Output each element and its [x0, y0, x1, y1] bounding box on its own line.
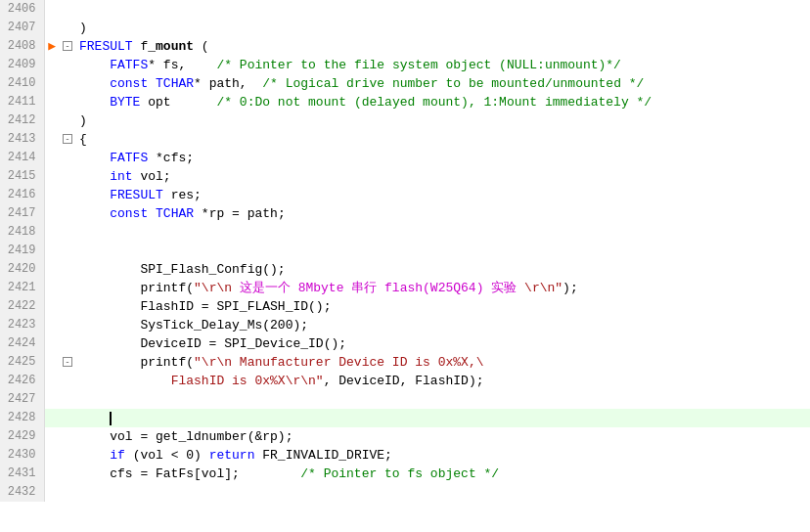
fold-indicator — [60, 167, 75, 186]
arrow-indicator — [44, 149, 60, 167]
line-number: 2425 — [0, 353, 44, 372]
code-line — [75, 390, 810, 409]
line-number: 2420 — [0, 260, 44, 279]
fold-indicator[interactable]: - — [60, 37, 75, 56]
line-number: 2406 — [0, 0, 44, 19]
table-row: 2426 FlashID is 0x%X\r\n", DeviceID, Fla… — [0, 372, 810, 390]
code-table: 2406 2407 ) 2408 ▶ - FRESULT f_mount ( — [0, 0, 810, 502]
table-row: 2407 ) — [0, 19, 810, 37]
table-row: 2419 — [0, 242, 810, 260]
arrow-indicator — [44, 334, 60, 353]
code-line: FRESULT f_mount ( — [75, 37, 810, 56]
fold-indicator — [60, 297, 75, 316]
code-line: ) — [75, 19, 810, 37]
code-line: int vol; — [75, 167, 810, 186]
fold-indicator — [60, 56, 75, 74]
code-line: FlashID = SPI_FLASH_ID(); — [75, 297, 810, 316]
table-row: 2414 FATFS *cfs; — [0, 149, 810, 167]
line-number: 2427 — [0, 390, 44, 409]
table-row: 2428 — [0, 409, 810, 427]
arrow-indicator — [44, 353, 60, 372]
arrow-indicator — [44, 483, 60, 502]
line-number: 2424 — [0, 334, 44, 353]
table-row: 2431 cfs = FatFs[vol]; /* Pointer to fs … — [0, 465, 810, 483]
fold-indicator — [60, 19, 75, 37]
table-row: 2425 - printf("\r\n Manufacturer Device … — [0, 353, 810, 372]
fold-indicator[interactable]: - — [60, 130, 75, 149]
text-cursor — [110, 412, 112, 425]
arrow-indicator — [44, 186, 60, 204]
fold-indicator — [60, 0, 75, 19]
arrow-indicator — [44, 167, 60, 186]
arrow-indicator — [44, 130, 60, 149]
fold-indicator — [60, 279, 75, 297]
code-line: const TCHAR* path, /* Logical drive numb… — [75, 74, 810, 93]
arrow-indicator — [44, 465, 60, 483]
code-line: SPI_Flash_Config(); — [75, 260, 810, 279]
fold-indicator — [60, 483, 75, 502]
fold-indicator — [60, 242, 75, 260]
code-line: FATFS* fs, /* Pointer to the file system… — [75, 56, 810, 74]
code-line: FATFS *cfs; — [75, 149, 810, 167]
fold-indicator — [60, 409, 75, 427]
fold-indicator — [60, 427, 75, 446]
arrow-indicator — [44, 19, 60, 37]
table-row: 2432 — [0, 483, 810, 502]
table-row: 2416 FRESULT res; — [0, 186, 810, 204]
table-row: 2418 — [0, 223, 810, 242]
line-number: 2428 — [0, 409, 44, 427]
line-number: 2409 — [0, 56, 44, 74]
arrow-indicator — [44, 409, 60, 427]
line-number: 2423 — [0, 316, 44, 334]
table-row: 2408 ▶ - FRESULT f_mount ( — [0, 37, 810, 56]
table-row: 2430 if (vol < 0) return FR_INVALID_DRIV… — [0, 446, 810, 465]
table-row: 2406 — [0, 0, 810, 19]
line-number: 2407 — [0, 19, 44, 37]
table-row: 2422 FlashID = SPI_FLASH_ID(); — [0, 297, 810, 316]
fold-indicator — [60, 186, 75, 204]
line-number: 2426 — [0, 372, 44, 390]
fold-indicator[interactable]: - — [60, 353, 75, 372]
table-row: 2424 DeviceID = SPI_Device_ID(); — [0, 334, 810, 353]
code-line[interactable] — [75, 409, 810, 427]
table-row: 2411 BYTE opt /* 0:Do not mount (delayed… — [0, 93, 810, 111]
line-number: 2412 — [0, 111, 44, 130]
code-editor[interactable]: 2406 2407 ) 2408 ▶ - FRESULT f_mount ( — [0, 0, 810, 532]
line-number: 2419 — [0, 242, 44, 260]
code-line: printf("\r\n 这是一个 8Mbyte 串行 flash(W25Q64… — [75, 279, 810, 297]
table-row: 2415 int vol; — [0, 167, 810, 186]
code-line: DeviceID = SPI_Device_ID(); — [75, 334, 810, 353]
arrow-indicator — [44, 390, 60, 409]
fold-indicator — [60, 446, 75, 465]
arrow-indicator — [44, 446, 60, 465]
arrow-indicator — [44, 111, 60, 130]
table-row: 2417 const TCHAR *rp = path; — [0, 204, 810, 223]
fold-indicator — [60, 372, 75, 390]
code-line: printf("\r\n Manufacturer Device ID is 0… — [75, 353, 810, 372]
line-number: 2415 — [0, 167, 44, 186]
arrow-indicator — [44, 93, 60, 111]
fold-indicator — [60, 93, 75, 111]
line-number: 2432 — [0, 483, 44, 502]
arrow-indicator — [44, 260, 60, 279]
line-number: 2417 — [0, 204, 44, 223]
line-number: 2414 — [0, 149, 44, 167]
table-row: 2429 vol = get_ldnumber(&rp); — [0, 427, 810, 446]
table-row: 2412 ) — [0, 111, 810, 130]
fold-indicator — [60, 149, 75, 167]
fold-indicator — [60, 204, 75, 223]
line-number: 2429 — [0, 427, 44, 446]
arrow-indicator — [44, 297, 60, 316]
line-number: 2416 — [0, 186, 44, 204]
arrow-indicator — [44, 0, 60, 19]
line-number: 2430 — [0, 446, 44, 465]
code-line: FRESULT res; — [75, 186, 810, 204]
fold-indicator — [60, 260, 75, 279]
line-number: 2411 — [0, 93, 44, 111]
arrow-indicator — [44, 242, 60, 260]
line-number: 2421 — [0, 279, 44, 297]
code-line — [75, 223, 810, 242]
arrow-indicator — [44, 427, 60, 446]
table-row: 2420 SPI_Flash_Config(); — [0, 260, 810, 279]
table-row: 2410 const TCHAR* path, /* Logical drive… — [0, 74, 810, 93]
